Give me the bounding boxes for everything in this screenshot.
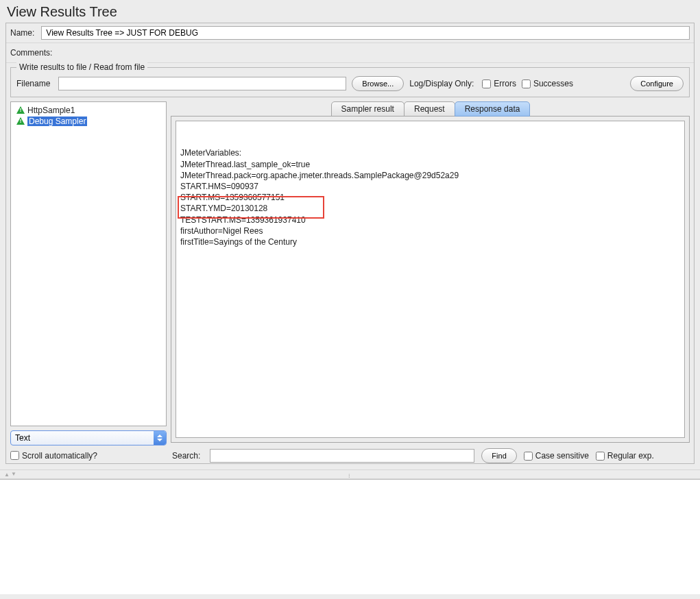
panel-title: View Results Tree: [0, 0, 700, 23]
name-label: Name:: [10, 28, 37, 38]
success-icon: [16, 106, 25, 114]
main-split: HttpSample1Debug Sampler Text Scroll aut…: [10, 101, 690, 463]
regex-label: Regular exp.: [607, 451, 654, 461]
case-label: Case sensitive: [535, 451, 589, 461]
tab-request[interactable]: Request: [404, 101, 455, 117]
filename-input[interactable]: [58, 77, 346, 90]
errors-checkbox[interactable]: Errors: [482, 79, 516, 88]
file-fieldset: Write results to file / Read from file F…: [10, 67, 690, 97]
main-panel: Name: Comments: Write results to file / …: [5, 23, 695, 464]
success-icon: [16, 117, 25, 125]
logdisplay-label: Log/Display Only:: [409, 79, 476, 88]
response-body: JMeterVariables: JMeterThread.last_sampl…: [171, 116, 690, 443]
tree-item-label: HttpSample1: [27, 106, 75, 115]
view-mode-select-wrap: Text: [10, 430, 167, 445]
response-textarea[interactable]: JMeterVariables: JMeterThread.last_sampl…: [176, 121, 685, 438]
tab-row: Sampler resultRequestResponse data: [171, 101, 690, 117]
successes-label: Successes: [533, 79, 573, 88]
filename-label: Filename: [16, 79, 53, 88]
tree-panel: HttpSample1Debug Sampler Text Scroll aut…: [10, 101, 167, 463]
search-label: Search:: [172, 451, 203, 461]
configure-button[interactable]: Configure: [630, 76, 684, 91]
successes-checkbox-input[interactable]: [522, 80, 531, 88]
regex-checkbox[interactable]: Regular exp.: [596, 451, 654, 461]
browse-button[interactable]: Browse...: [352, 76, 404, 91]
tab-sampler-result[interactable]: Sampler result: [331, 101, 405, 117]
name-row: Name:: [6, 23, 694, 43]
successes-checkbox[interactable]: Successes: [522, 79, 573, 88]
response-content: JMeterVariables: JMeterThread.last_sampl…: [180, 147, 680, 247]
comments-input[interactable]: [59, 46, 690, 60]
comments-row: Comments:: [6, 43, 694, 63]
tree-item-label: Debug Sampler: [27, 117, 87, 126]
view-mode-select[interactable]: Text: [10, 430, 167, 445]
case-sensitive-checkbox-input[interactable]: [524, 452, 533, 461]
results-tree[interactable]: HttpSample1Debug Sampler: [10, 101, 167, 426]
comments-label: Comments:: [10, 48, 55, 58]
scroll-auto-row: Scroll automatically?: [10, 450, 167, 464]
search-input[interactable]: [210, 449, 474, 463]
tree-item[interactable]: Debug Sampler: [14, 116, 163, 127]
splitter-grip-icon: ⁞: [348, 473, 352, 477]
name-input[interactable]: [41, 26, 690, 40]
scroll-auto-label: Scroll automatically?: [22, 451, 97, 461]
horizontal-splitter[interactable]: ⁞: [0, 469, 700, 479]
scroll-auto-checkbox[interactable]: Scroll automatically?: [10, 451, 97, 461]
tab-response-data[interactable]: Response data: [455, 101, 531, 117]
errors-label: Errors: [494, 79, 516, 88]
regex-checkbox-input[interactable]: [596, 452, 605, 461]
tree-item[interactable]: HttpSample1: [14, 105, 163, 116]
content-panel: Sampler resultRequestResponse data JMete…: [171, 101, 690, 463]
errors-checkbox-input[interactable]: [482, 80, 491, 88]
scroll-auto-checkbox-input[interactable]: [10, 451, 19, 460]
case-sensitive-checkbox[interactable]: Case sensitive: [524, 451, 589, 461]
search-row: Search: Find Case sensitive Regular exp.: [171, 448, 690, 463]
bottom-log-pane[interactable]: [0, 479, 700, 594]
find-button[interactable]: Find: [481, 448, 516, 463]
file-legend: Write results to file / Read from file: [16, 62, 147, 72]
